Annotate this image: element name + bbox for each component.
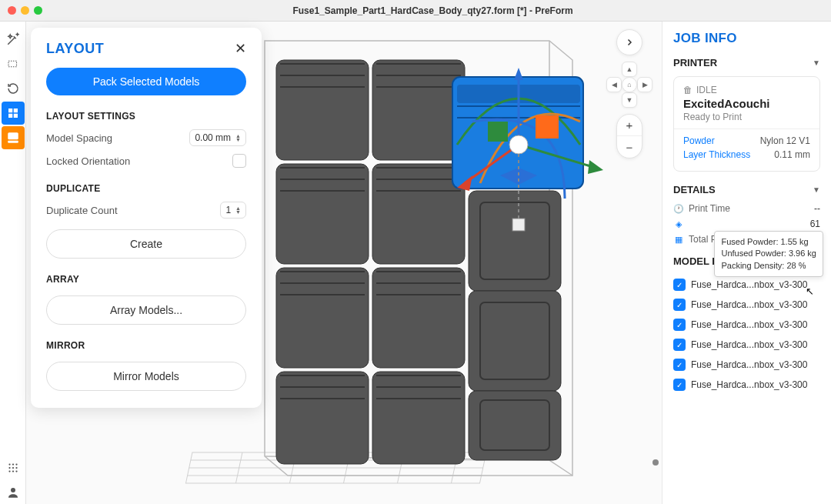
svg-point-10	[8, 467, 10, 469]
model-name: Fuse_Hardca...nbox_v3-300	[691, 279, 820, 290]
close-icon[interactable]: ✕	[235, 40, 246, 57]
svg-rect-36	[372, 372, 465, 464]
next-view-button[interactable]	[616, 29, 642, 55]
printer-status-text: IDLE	[696, 85, 717, 95]
svg-rect-48	[488, 122, 508, 142]
magic-wand-tool[interactable]	[2, 28, 25, 51]
layout-panel-title: LAYOUT	[46, 41, 104, 57]
svg-rect-31	[469, 291, 561, 391]
printer-status-icon: 🗑	[683, 85, 692, 95]
array-header: ARRAY	[46, 274, 246, 285]
layer-thickness-value: 0.11 mm	[774, 149, 810, 160]
orbit-dpad: ▲ ▼ ◀ ▶ ⌂	[606, 62, 652, 108]
orbit-down[interactable]: ▼	[622, 92, 637, 108]
zoom-in-button[interactable]: +	[617, 115, 642, 136]
supports-tool[interactable]	[2, 126, 25, 149]
model-list: ✓Fuse_Hardca...nbox_v3-300✓Fuse_Hardca..…	[673, 275, 820, 395]
powder-value: Nylon 12 V1	[760, 135, 810, 146]
svg-point-8	[12, 463, 13, 465]
layout-tool[interactable]	[2, 102, 25, 125]
duplicate-header: DUPLICATE	[46, 183, 246, 194]
svg-point-14	[12, 470, 13, 472]
model-checkbox[interactable]: ✓	[673, 319, 686, 331]
chevron-down-icon[interactable]: ▼	[813, 58, 820, 67]
job-info-title: JOB INFO	[673, 31, 820, 46]
window-maximize-dot[interactable]	[34, 6, 42, 15]
zoom-out-button[interactable]: −	[617, 136, 642, 158]
duplicate-count-label: Duplicate Count	[46, 205, 118, 216]
window-minimize-dot[interactable]	[21, 6, 29, 15]
model-checkbox[interactable]: ✓	[673, 339, 686, 351]
locked-orientation-checkbox[interactable]	[232, 154, 246, 168]
array-models-button[interactable]: Array Models...	[46, 295, 246, 325]
model-checkbox[interactable]: ✓	[673, 279, 686, 291]
model-checkbox[interactable]: ✓	[673, 379, 686, 391]
locked-orientation-label: Locked Orientation	[46, 155, 130, 167]
step-down-icon[interactable]: ▼	[235, 138, 241, 142]
layout-panel: LAYOUT ✕ Pack Selected Models LAYOUT SET…	[31, 28, 262, 408]
details-section-header: DETAILS	[673, 184, 716, 195]
model-list-item[interactable]: ✓Fuse_Hardca...nbox_v3-300	[673, 275, 820, 295]
window-close-dot[interactable]	[8, 6, 16, 15]
model-list-item[interactable]: ✓Fuse_Hardca...nbox_v3-300	[673, 375, 820, 395]
svg-point-7	[8, 463, 10, 465]
svg-rect-5	[8, 132, 18, 139]
svg-marker-45	[588, 160, 603, 174]
svg-point-51	[509, 135, 528, 154]
orbit-up[interactable]: ▲	[622, 62, 637, 77]
svg-rect-53	[512, 219, 525, 231]
grid-icon: ▦	[673, 234, 684, 245]
window-title: Fuse1_Sample_Part1_HardCase_Body_qty27.f…	[42, 5, 823, 16]
select-tool[interactable]	[2, 52, 25, 75]
orbit-left[interactable]: ◀	[606, 77, 622, 92]
apps-grid-icon[interactable]	[2, 456, 25, 479]
step-down-icon[interactable]: ▼	[235, 210, 241, 214]
svg-rect-6	[8, 141, 18, 143]
svg-rect-28	[469, 191, 561, 291]
svg-point-13	[8, 470, 10, 472]
svg-rect-35	[276, 372, 369, 464]
print-time-label: Print Time	[689, 203, 809, 214]
svg-rect-0	[8, 61, 17, 67]
svg-marker-43	[514, 68, 523, 80]
titlebar: Fuse1_Sample_Part1_HardCase_Body_qty27.f…	[0, 0, 831, 22]
layers-icon: ◈	[673, 219, 684, 229]
chevron-down-icon[interactable]: ▼	[813, 185, 820, 194]
model-name: Fuse_Hardca...nbox_v3-300	[691, 359, 820, 370]
model-list-item[interactable]: ✓Fuse_Hardca...nbox_v3-300	[673, 355, 820, 375]
svg-rect-2	[13, 108, 17, 112]
powder-tooltip: Fused Powder: 1.55 kg Unfused Powder: 3.…	[714, 231, 823, 277]
powder-label[interactable]: Powder	[683, 135, 715, 146]
model-name: Fuse_Hardca...nbox_v3-300	[691, 379, 820, 390]
model-spacing-input[interactable]: 0.00 mm ▲▼	[189, 129, 246, 146]
model-spacing-label: Model Spacing	[46, 132, 112, 144]
duplicate-count-input[interactable]: 1 ▲▼	[220, 202, 246, 219]
pack-selected-button[interactable]: Pack Selected Models	[46, 68, 246, 95]
svg-point-16	[11, 488, 15, 492]
layers-value: 61	[810, 219, 820, 229]
model-list-item[interactable]: ✓Fuse_Hardca...nbox_v3-300	[673, 295, 820, 315]
create-button[interactable]: Create	[46, 229, 246, 259]
svg-point-9	[15, 463, 17, 465]
rotate-tool[interactable]	[2, 77, 25, 100]
svg-rect-49	[536, 115, 559, 139]
model-checkbox[interactable]: ✓	[673, 299, 686, 311]
orbit-home[interactable]: ⌂	[622, 77, 637, 92]
mirror-models-button[interactable]: Mirror Models	[46, 362, 246, 391]
svg-point-15	[15, 470, 17, 472]
model-list-item[interactable]: ✓Fuse_Hardca...nbox_v3-300	[673, 335, 820, 355]
orbit-right[interactable]: ▶	[637, 77, 652, 92]
model-list-item[interactable]: ✓Fuse_Hardca...nbox_v3-300	[673, 315, 820, 335]
print-time-value: --	[814, 203, 820, 214]
left-toolbar	[0, 22, 26, 504]
svg-rect-3	[8, 114, 12, 118]
zoom-control: + −	[616, 114, 642, 159]
model-checkbox[interactable]: ✓	[673, 359, 686, 371]
viewport-scrollbar[interactable]	[653, 46, 658, 489]
layer-thickness-label[interactable]: Layer Thickness	[683, 149, 750, 160]
printer-section-header: PRINTER	[673, 57, 717, 68]
user-icon[interactable]	[2, 481, 25, 504]
view-controls: ▲ ▼ ◀ ▶ ⌂ + −	[606, 29, 652, 159]
printer-substatus: Ready to Print	[683, 112, 810, 122]
printer-card[interactable]: 🗑 IDLE ExcitedAcouchi Ready to Print Pow…	[673, 76, 820, 172]
